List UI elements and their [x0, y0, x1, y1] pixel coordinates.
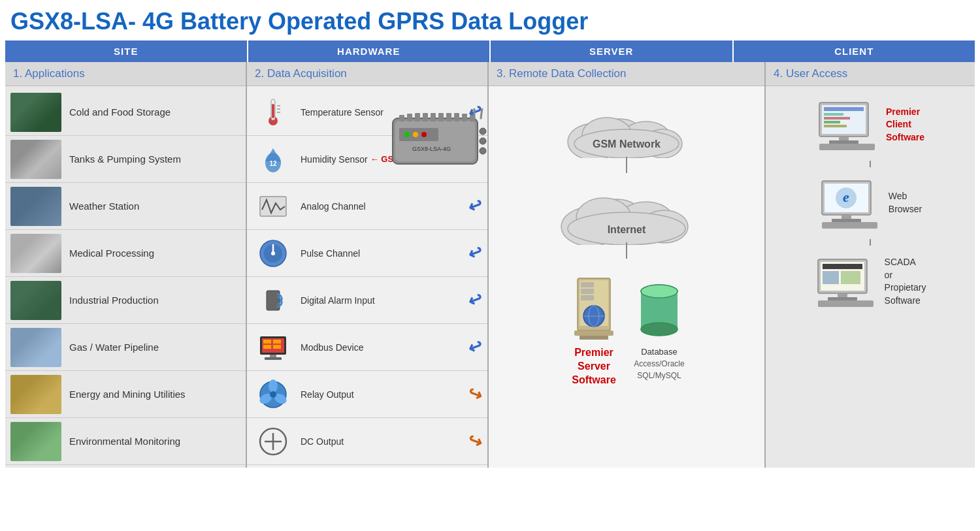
hw-icon-dc: [252, 424, 294, 459]
svg-point-52: [480, 128, 486, 135]
svg-rect-91: [824, 107, 864, 111]
hw-icon-analog: [252, 189, 294, 224]
svg-rect-49: [454, 113, 459, 121]
hw-label-humidity: Humidity Sensor: [301, 154, 368, 165]
internet-network-group: Internet: [555, 180, 698, 236]
hw-arrow-dc: ↪: [468, 431, 482, 451]
client-item-scada: SCADAorPropietarySoftware: [815, 256, 926, 307]
app-thumb-medical: [10, 234, 61, 273]
client-item-premier: PremierClientSoftware: [816, 99, 924, 150]
application-list: Cold and Food StorageTanks & Pumping Sys…: [5, 86, 246, 468]
svg-rect-46: [431, 113, 436, 121]
database-icon: [633, 272, 685, 344]
subtitle-client: 4. User Access: [766, 62, 975, 86]
hw-item-relay: Relay Output↪: [247, 371, 487, 418]
svg-text:GSX8-LSA-4G: GSX8-LSA-4G: [412, 146, 451, 152]
hw-item-digital: Digital Alarm Input↩: [247, 277, 487, 324]
svg-rect-104: [832, 219, 861, 222]
svg-rect-29: [270, 355, 276, 357]
app-thumb-energy: [10, 375, 61, 414]
hw-item-dc: DC Output↪: [247, 418, 487, 465]
svg-point-32: [269, 379, 278, 393]
svg-rect-5: [10, 328, 61, 367]
svg-rect-112: [828, 297, 857, 300]
app-item-medical: Medical Processing: [5, 230, 246, 277]
hw-icon-modbus: [252, 330, 294, 365]
svg-line-61: [481, 108, 483, 118]
hw-arrow-pulse: ↩: [468, 243, 482, 263]
app-item-energy: Energy and Mining Utilities: [5, 371, 246, 418]
client-item-web: e WebBrowser: [819, 178, 922, 229]
header-server: SERVER: [491, 40, 734, 62]
svg-rect-108: [823, 264, 862, 269]
hw-arrow-relay: ↪: [468, 384, 482, 404]
monitor-premier-icon: [816, 99, 878, 150]
app-label-gas: Gas / Water Pipeline: [69, 342, 159, 353]
hw-label-temp: Temperature Sensor: [301, 107, 384, 118]
monitor-web-icon: e: [819, 178, 881, 229]
client-content: PremierClientSoftware e Web: [766, 86, 975, 468]
gsx8-device-svg: GSX8-LSA-4G: [386, 108, 491, 174]
app-label-energy: Energy and Mining Utilities: [69, 389, 186, 400]
app-thumb-gas: [10, 328, 61, 367]
hardware-list: Temperature Sensor↩12Humidity Sensor← GS…: [247, 86, 487, 468]
app-label-weather: Weather Station: [69, 201, 139, 212]
svg-rect-82: [574, 330, 613, 336]
svg-rect-1: [10, 140, 61, 179]
hw-item-modbus: Modbus Device↩: [247, 324, 487, 371]
client-line2: [870, 239, 871, 246]
server-tower-icon: [568, 272, 620, 344]
svg-marker-16: [265, 148, 281, 161]
svg-rect-48: [446, 113, 451, 121]
svg-rect-4: [10, 281, 61, 320]
hw-icon-digital: [252, 283, 294, 318]
app-label-environmental: Environmental Monitoring: [69, 436, 180, 447]
svg-rect-93: [824, 117, 850, 120]
svg-point-57: [413, 132, 418, 137]
svg-rect-113: [818, 300, 874, 307]
svg-rect-11: [272, 104, 274, 118]
hw-label-modbus: Modbus Device: [301, 342, 364, 353]
svg-rect-103: [841, 215, 851, 219]
svg-rect-97: [829, 140, 858, 144]
svg-rect-28: [273, 345, 281, 349]
svg-rect-43: [407, 114, 412, 121]
hw-label-digital: Digital Alarm Input: [301, 295, 375, 306]
svg-point-56: [404, 132, 410, 137]
svg-rect-45: [423, 113, 428, 121]
svg-rect-42: [399, 115, 404, 121]
app-item-industrial: Industrial Production: [5, 277, 246, 324]
svg-rect-105: [822, 222, 877, 229]
svg-rect-94: [824, 121, 840, 123]
premier-server-box: PremierServerSoftware: [568, 272, 620, 387]
svg-rect-0: [10, 93, 61, 132]
svg-rect-109: [823, 271, 839, 284]
app-label-cold: Cold and Food Storage: [69, 106, 171, 118]
svg-rect-3: [10, 234, 61, 273]
svg-rect-95: [824, 125, 847, 127]
svg-rect-110: [841, 271, 860, 284]
svg-rect-27: [263, 345, 271, 349]
svg-rect-83: [580, 336, 608, 340]
svg-point-58: [421, 132, 427, 137]
hw-arrow-modbus: ↩: [468, 337, 482, 357]
subtitle-hardware: 2. Data Acquisition: [247, 62, 487, 86]
premier-server-label: PremierServerSoftware: [572, 346, 616, 387]
server-connection-line1: [626, 157, 627, 173]
server-content: GSM Network Internet: [489, 86, 764, 468]
hw-label-pulse: Pulse Channel: [301, 248, 360, 259]
svg-rect-77: [581, 289, 594, 294]
app-label-medical: Medical Processing: [69, 248, 154, 259]
hw-item-pulse: Pulse Channel↩: [247, 230, 487, 277]
app-thumb-weather: [10, 187, 61, 226]
svg-point-87: [641, 323, 678, 336]
hw-icon-pulse: [252, 236, 294, 271]
svg-rect-6: [10, 375, 61, 414]
svg-point-53: [480, 138, 486, 144]
scada-label: SCADAorPropietarySoftware: [885, 256, 926, 307]
app-label-tanks: Tanks & Pumping System: [69, 153, 181, 165]
hw-item-analog: Analog Channel↩: [247, 183, 487, 230]
premier-client-label: PremierClientSoftware: [886, 106, 924, 144]
page-title: GSX8-LSA- 4G Battery Operated GPRS Data …: [0, 0, 980, 40]
svg-rect-44: [415, 113, 420, 121]
